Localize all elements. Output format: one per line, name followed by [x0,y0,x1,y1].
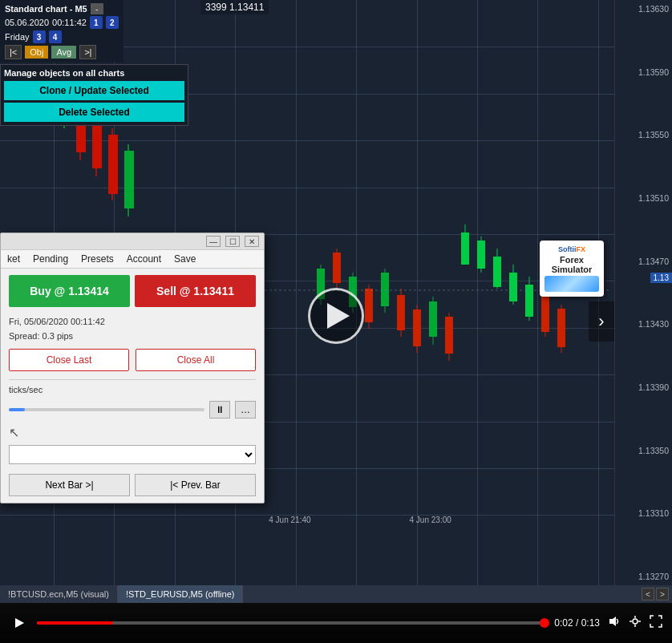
fullscreen-icon [650,615,662,628]
close-all-button[interactable]: Close All [136,349,256,371]
speed-fill [9,408,25,411]
close-buttons-section: Close Last Close All [1,346,264,378]
nav-left-button[interactable]: |< [5,45,22,59]
speed-track[interactable] [9,408,204,411]
time-label-2: 4 Jun 23:00 [410,516,451,524]
tab-nav-prev[interactable]: < [642,588,654,601]
play-icon [14,617,25,629]
video-time-display: 0:02 / 0:13 [554,617,600,629]
video-container: 1.13 4 Jun 21:40 4 Jun 23:00 1.13630 1.1… [0,0,672,643]
menu-item-save[interactable]: Save [168,250,202,268]
badge-4[interactable]: 4 [49,30,62,43]
chart-minimize-button[interactable]: - [91,3,103,14]
time-axis: 4 Jun 21:40 4 Jun 23:00 [0,512,611,528]
svg-rect-35 [397,295,405,330]
close-last-button[interactable]: Close Last [9,349,129,371]
price-1: 1.13630 [618,4,669,14]
chart-day: Friday [5,32,30,42]
svg-marker-44 [609,617,616,626]
settings-button[interactable] [629,615,642,631]
dialog-spread: Spread: 0.3 pips [1,330,264,346]
svg-rect-7 [509,273,517,301]
settings-icon [629,615,642,628]
divider [9,379,256,380]
trading-dialog: — ☐ ✕ ket Pending Presets Account Save B… [0,233,265,503]
svg-rect-13 [557,309,565,347]
clone-update-button[interactable]: Clone / Update Selected [4,81,184,100]
obj-button[interactable]: Obj [25,46,48,59]
fullscreen-button[interactable] [650,615,662,631]
prev-bar-button[interactable]: |< Prev. Bar [135,474,256,496]
video-progress-bar[interactable] [37,621,546,625]
menu-item-ket[interactable]: ket [1,250,26,268]
price-6: 1.13430 [618,319,669,329]
svg-rect-37 [413,309,421,346]
video-progress-fill [37,621,113,625]
order-type-dropdown[interactable] [9,445,256,464]
price-8: 1.13350 [618,446,669,455]
tab-navigation: < > [642,588,672,601]
next-bar-button[interactable]: Next Bar >| [9,474,130,496]
dialog-minimize-button[interactable]: — [206,236,221,247]
svg-rect-3 [477,241,485,269]
price-9: 1.13310 [618,508,669,518]
menu-item-account[interactable]: Account [120,250,168,268]
forex-badge-logo: SoftiiFX [544,245,599,253]
delete-selected-button[interactable]: Delete Selected [4,103,184,122]
chart-toolbar: Standard chart - M5 - 05.06.2020 00:11:4… [0,0,123,63]
price-4: 1.13510 [618,193,669,203]
svg-rect-1 [461,233,469,265]
badge-3[interactable]: 3 [33,30,46,43]
manage-panel-title: Manage objects on all charts [4,68,184,78]
pause-button[interactable]: ⏸ [209,401,230,419]
tab-nav-next[interactable]: > [656,588,669,601]
nav-right-arrow[interactable]: › [589,301,614,342]
speed-label: ticks/sec [1,382,264,398]
svg-rect-11 [541,297,549,332]
time-label-1: 4 Jun 21:40 [269,516,310,524]
tab-btcusd[interactable]: !BTCUSD.ecn,M5 (visual) [0,585,118,603]
avg-button[interactable]: Avg [51,46,76,59]
buy-button[interactable]: Buy @ 1.13414 [9,275,130,307]
play-button-overlay[interactable] [308,288,364,344]
dialog-close-button[interactable]: ✕ [245,236,259,247]
price-7: 1.13390 [618,382,669,392]
price-2: 1.13590 [618,67,669,77]
svg-point-45 [633,619,638,624]
buy-sell-section: Buy @ 1.13414 Sell @ 1.13411 [1,269,264,313]
bottom-tabs-bar: !BTCUSD.ecn,M5 (visual) !STD_EURUSD,M5 (… [0,585,672,603]
svg-rect-5 [493,257,501,287]
nav-right-button[interactable]: >| [79,45,96,59]
svg-rect-33 [381,273,389,306]
volume-icon [608,615,621,628]
cursor-icon: ↖ [9,425,19,440]
dialog-titlebar: — ☐ ✕ [1,233,264,250]
forex-simulator-badge: SoftiiFX ForexSimulator [540,241,604,297]
svg-rect-23 [124,151,134,208]
badge-1[interactable]: 1 [90,16,103,29]
menu-item-pending[interactable]: Pending [26,250,75,268]
sell-button[interactable]: Sell @ 1.13411 [135,275,256,307]
crosshair-price: 1.13 [650,273,672,283]
volume-button[interactable] [608,615,621,631]
dialog-restore-button[interactable]: ☐ [225,236,240,247]
forex-badge-wave [544,276,599,292]
svg-rect-9 [525,285,533,317]
chart-date: 05.06.2020 [5,18,49,27]
menu-item-presets[interactable]: Presets [75,250,120,268]
speed-slider-row: ⏸ … [1,398,264,422]
top-ticker: 3399 1.13411 [200,0,269,14]
price-10: 1.13270 [618,572,669,581]
video-controls-bar: 0:02 / 0:13 [0,603,672,643]
video-play-button[interactable] [10,613,29,633]
price-axis: 1.13630 1.13590 1.13550 1.13510 1.13470 … [614,0,672,585]
more-options-button[interactable]: … [235,401,256,419]
dropdown-row [1,445,264,471]
svg-rect-27 [333,253,341,283]
badge-2[interactable]: 2 [106,16,119,29]
forex-badge-title: ForexSimulator [544,255,599,274]
svg-rect-41 [445,317,453,354]
chart-title: Standard chart - M5 [5,4,87,14]
price-5: 1.13470 [618,257,669,266]
tab-eurusd[interactable]: !STD_EURUSD,M5 (offline) [118,585,244,603]
